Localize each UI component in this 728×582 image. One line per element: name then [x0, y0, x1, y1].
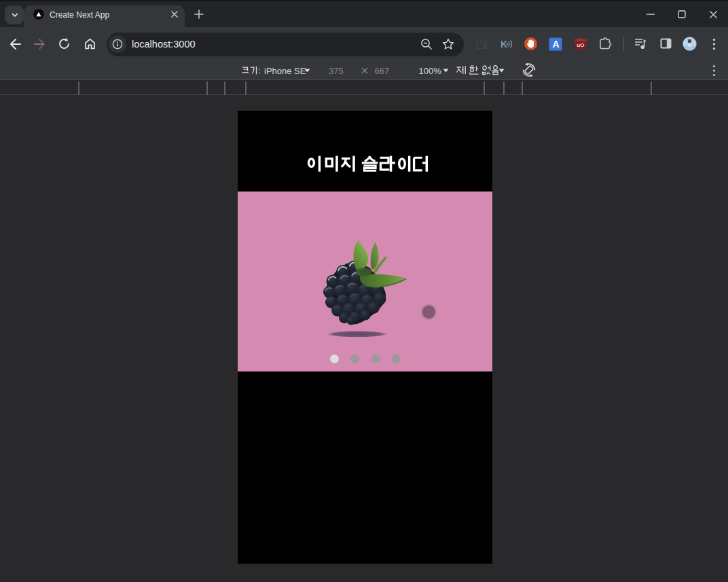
svg-text:A: A: [552, 39, 559, 50]
svg-text:uO: uO: [577, 42, 584, 48]
